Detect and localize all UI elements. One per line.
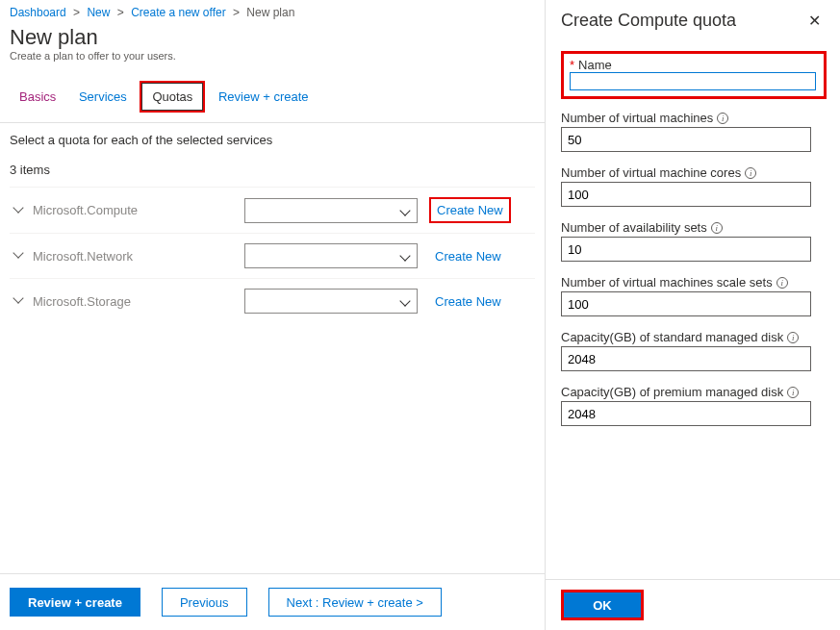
chevron-down-icon[interactable] <box>12 249 25 263</box>
ok-button[interactable]: OK <box>564 592 641 617</box>
tab-quotas-highlight: Quotas <box>140 81 205 113</box>
tab-basics[interactable]: Basics <box>10 84 65 110</box>
required-asterisk: * <box>570 58 574 72</box>
create-new-storage[interactable]: Create New <box>429 290 507 313</box>
service-row-network: Microsoft.Network Create New <box>10 233 535 278</box>
page-title: New plan <box>10 25 535 50</box>
vm-cores-input[interactable] <box>561 182 811 207</box>
review-create-button[interactable]: Review + create <box>10 588 140 617</box>
breadcrumb-create-offer[interactable]: Create a new offer <box>131 6 226 19</box>
service-name: Microsoft.Compute <box>33 203 244 217</box>
instructions-text: Select a quota for each of the selected … <box>10 133 535 147</box>
breadcrumb-sep: > <box>114 6 128 19</box>
panel-title: Create Compute quota <box>561 11 736 31</box>
tab-quotas[interactable]: Quotas <box>141 83 203 111</box>
close-icon[interactable]: ✕ <box>804 10 825 32</box>
breadcrumb: Dashboard > New > Create a new offer > N… <box>10 4 535 23</box>
create-new-compute[interactable]: Create New <box>429 197 511 223</box>
vm-count-input[interactable] <box>561 127 811 152</box>
next-button[interactable]: Next : Review + create > <box>268 588 442 617</box>
info-icon[interactable]: i <box>776 277 788 289</box>
page-subtitle: Create a plan to offer to your users. <box>10 50 535 62</box>
tabs: Basics Services Quotas Review + create <box>10 81 535 113</box>
vm-cores-label: Number of virtual machine cores <box>561 165 741 180</box>
items-count: 3 items <box>10 163 535 177</box>
create-new-network[interactable]: Create New <box>429 245 507 267</box>
prem-disk-input[interactable] <box>561 401 811 426</box>
avail-sets-input[interactable] <box>561 237 811 262</box>
name-field-highlight: * Name <box>561 51 827 99</box>
service-name: Microsoft.Storage <box>33 294 244 309</box>
quota-select-storage[interactable] <box>244 289 418 314</box>
info-icon[interactable]: i <box>787 332 799 343</box>
breadcrumb-current: New plan <box>246 6 294 19</box>
breadcrumb-sep: > <box>69 6 84 19</box>
footer-bar: Review + create Previous Next : Review +… <box>0 573 546 630</box>
service-name: Microsoft.Network <box>33 249 244 264</box>
name-label-text: Name <box>578 58 612 72</box>
service-row-storage: Microsoft.Storage Create New <box>10 278 535 323</box>
info-icon[interactable]: i <box>717 113 728 124</box>
info-icon[interactable]: i <box>745 167 756 179</box>
panel-footer: OK <box>546 579 840 630</box>
name-input[interactable] <box>570 72 816 90</box>
previous-button[interactable]: Previous <box>162 588 247 617</box>
scale-sets-input[interactable] <box>561 291 811 316</box>
breadcrumb-dashboard[interactable]: Dashboard <box>10 6 66 19</box>
quota-select-network[interactable] <box>244 243 418 268</box>
scale-sets-label: Number of virtual machines scale sets <box>561 275 773 290</box>
ok-highlight: OK <box>561 590 644 620</box>
chevron-down-icon[interactable] <box>12 294 25 308</box>
create-quota-panel: Create Compute quota ✕ * Name Number of … <box>546 0 840 630</box>
breadcrumb-new[interactable]: New <box>87 6 110 19</box>
breadcrumb-sep: > <box>229 6 243 19</box>
prem-disk-label: Capacity(GB) of premium managed disk <box>561 385 783 399</box>
vm-count-label: Number of virtual machines <box>561 111 713 125</box>
service-row-compute: Microsoft.Compute Create New <box>10 187 535 233</box>
quota-select-compute[interactable] <box>244 198 418 223</box>
name-label: * Name <box>570 58 818 72</box>
avail-sets-label: Number of availability sets <box>561 220 707 235</box>
info-icon[interactable]: i <box>787 387 799 398</box>
tab-services[interactable]: Services <box>69 84 137 110</box>
divider <box>0 122 545 123</box>
std-disk-input[interactable] <box>561 346 811 371</box>
std-disk-label: Capacity(GB) of standard managed disk <box>561 330 783 344</box>
tab-review[interactable]: Review + create <box>209 84 318 110</box>
chevron-down-icon[interactable] <box>12 204 25 217</box>
info-icon[interactable]: i <box>711 222 723 234</box>
